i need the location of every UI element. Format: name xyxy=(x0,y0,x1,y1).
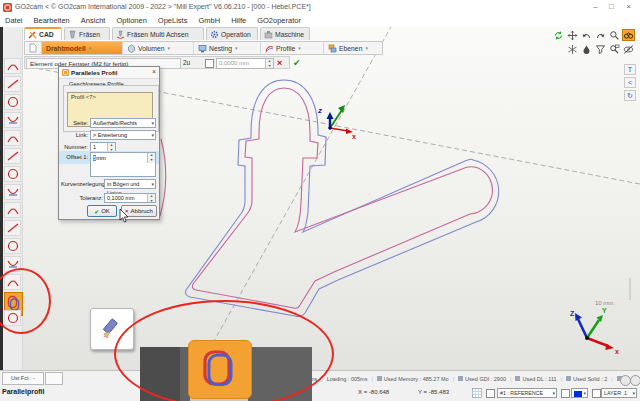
search-icon[interactable] xyxy=(622,29,635,41)
color-checkbox[interactable] xyxy=(561,389,570,398)
refresh-icon[interactable] xyxy=(552,29,565,41)
fill-icon[interactable] xyxy=(580,43,593,55)
separator: | xyxy=(510,376,511,382)
tab-maschine[interactable]: Maschine xyxy=(260,27,310,40)
tool-chamfer-tool[interactable] xyxy=(4,184,21,200)
tab-fraesen-multi-achsen[interactable]: Fräsen Multi Achsen xyxy=(112,27,204,40)
tool-extend-tool[interactable] xyxy=(4,238,21,254)
parallel-profile-app-icon[interactable] xyxy=(188,340,252,399)
dialog-title-bar[interactable]: Paralleles Profil × xyxy=(59,67,159,79)
metric-icon xyxy=(377,376,382,381)
ribbon-item-nesting[interactable]: Nesting▾ xyxy=(194,42,261,54)
profile-inner[interactable] xyxy=(192,88,492,308)
cancel-icon[interactable]: × xyxy=(277,57,282,69)
visibility-icon[interactable] xyxy=(622,43,635,55)
ok-button[interactable]: ✔OK xyxy=(87,205,117,217)
close-button[interactable]: × xyxy=(622,1,635,13)
color-select[interactable]: ▾ xyxy=(571,388,588,398)
offset-profile-outer[interactable] xyxy=(186,80,499,317)
menu-item-go2operator[interactable]: GO2operator xyxy=(257,16,301,25)
chevron-down-icon[interactable]: ▾ xyxy=(235,45,238,51)
zoom-window-icon[interactable] xyxy=(608,43,621,55)
tab-cad[interactable]: CAD xyxy=(24,27,62,40)
tab-fraesen[interactable]: Fräsen xyxy=(64,27,110,40)
tool-circle-tool[interactable] xyxy=(4,94,21,110)
redo-icon[interactable] xyxy=(594,29,607,41)
tool-arc-tool[interactable] xyxy=(4,112,21,128)
grid-icon[interactable] xyxy=(472,388,482,398)
pan-icon[interactable] xyxy=(566,29,579,41)
spinner-control[interactable]: ▴▾ xyxy=(147,194,155,202)
tool-spline-tool[interactable] xyxy=(4,130,21,146)
menu-item-ansicht[interactable]: Ansicht xyxy=(81,16,106,25)
toleranz-input[interactable]: 0,1000 mm▴▾ xyxy=(104,193,156,203)
menu-item-gmbh[interactable]: GmbH xyxy=(198,16,220,25)
left-toolbar xyxy=(0,56,24,356)
collapse-panel-button[interactable]: < xyxy=(624,77,636,88)
offset-label: Offset 1: xyxy=(61,154,88,160)
text-panel-button[interactable]: T xyxy=(624,64,636,75)
menu-item-bearbeiten[interactable]: Bearbeiten xyxy=(34,16,70,25)
minimize-button[interactable]: – xyxy=(589,1,602,13)
offset-value-unit[interactable]: mm xyxy=(96,155,106,161)
coordinate-x: X = -80.648 xyxy=(358,389,389,395)
toleranz-label: Toleranz: xyxy=(61,195,103,201)
rotate-view-button[interactable]: ↻ xyxy=(624,90,636,101)
spinner-control[interactable]: ▴▾ xyxy=(107,143,115,151)
tool-point-tool[interactable] xyxy=(4,58,21,74)
chevron-down-icon: ▾ xyxy=(552,389,555,398)
chevron-down-icon[interactable]: ▾ xyxy=(89,45,92,51)
zoom-icon[interactable] xyxy=(608,29,621,41)
tab-label: Operation xyxy=(221,31,251,38)
ribbon-item-ebenen[interactable]: Ebenen▾ xyxy=(324,42,382,54)
nav-axis-triad[interactable]: Z Y x xyxy=(570,307,619,355)
menu-item-optionen[interactable]: Optionen xyxy=(116,16,146,25)
options-tool-icon[interactable] xyxy=(630,375,640,386)
tool-fillet-tool[interactable] xyxy=(4,166,21,182)
seite-select[interactable]: Außerhalb/Rechts▾ xyxy=(90,118,156,128)
ribbon-item-volumen[interactable]: Volumen▾ xyxy=(123,42,194,54)
menu-item-hilfe[interactable]: Hilfe xyxy=(231,16,246,25)
chevron-down-icon[interactable]: ▾ xyxy=(167,45,170,51)
spinner-control[interactable]: ▴▾ xyxy=(147,153,155,163)
tool-offset-tool[interactable] xyxy=(4,202,21,218)
tab-operation[interactable]: Operation xyxy=(206,27,258,40)
layer-checkbox[interactable] xyxy=(592,389,601,398)
new-document-button[interactable] xyxy=(25,42,42,54)
tolerance-checkbox[interactable] xyxy=(205,59,214,68)
chevron-down-icon[interactable]: ▾ xyxy=(365,45,368,51)
spinner-control[interactable]: ▴▾ xyxy=(265,59,273,68)
funnel-icon[interactable] xyxy=(594,43,607,55)
kurven-select[interactable]: in Bögen und Linien▾ xyxy=(104,179,156,189)
reference-select[interactable]: #1 : REFERENCE▾ xyxy=(497,388,557,398)
tool-ellipse-tool[interactable] xyxy=(4,148,21,164)
reference-value: #1 : REFERENCE xyxy=(500,390,543,396)
nummer-label: Nummer: xyxy=(61,144,88,150)
ribbon-item-drahtmodell[interactable]: Drahtmodell▾ xyxy=(42,42,123,54)
tool-transform-tool[interactable] xyxy=(4,274,21,290)
tool-composite-curve-tool[interactable] xyxy=(4,310,21,326)
offset-list-box[interactable]: 5mm ▴▾ xyxy=(90,152,156,177)
metric-icon xyxy=(515,376,520,381)
wireframe-icon[interactable] xyxy=(566,43,579,55)
tolerance-input[interactable]: 0.0000 mm▴▾ xyxy=(216,58,274,69)
tool-mirror-tool[interactable] xyxy=(4,256,21,272)
check-icon: ✔ xyxy=(94,208,99,215)
chevron-down-icon[interactable]: ▾ xyxy=(298,45,301,51)
profile-fragment[interactable] xyxy=(160,139,166,216)
menu-item-opelists[interactable]: OpeLists xyxy=(158,16,188,25)
undo-icon[interactable] xyxy=(580,29,593,41)
maximize-button[interactable]: □ xyxy=(605,1,618,13)
tool-line-tool[interactable] xyxy=(4,76,21,92)
menu-item-datei[interactable]: Datei xyxy=(5,16,23,25)
confirm-icon[interactable]: ✔ xyxy=(293,57,301,69)
tool-trim-tool[interactable] xyxy=(4,220,21,236)
link-select[interactable]: > Erweiterung▾ xyxy=(90,130,156,140)
layer-select[interactable]: LAYER: 1▾ xyxy=(601,388,637,398)
dialog-close-icon[interactable]: × xyxy=(152,68,156,75)
profile-list-item[interactable]: Profil <7> xyxy=(71,94,96,100)
color-swatch xyxy=(574,391,582,397)
chevron-down-icon: ▾ xyxy=(632,389,635,398)
ribbon-item-profile[interactable]: Profile▾ xyxy=(261,42,324,54)
reference-checkbox[interactable] xyxy=(486,389,495,398)
